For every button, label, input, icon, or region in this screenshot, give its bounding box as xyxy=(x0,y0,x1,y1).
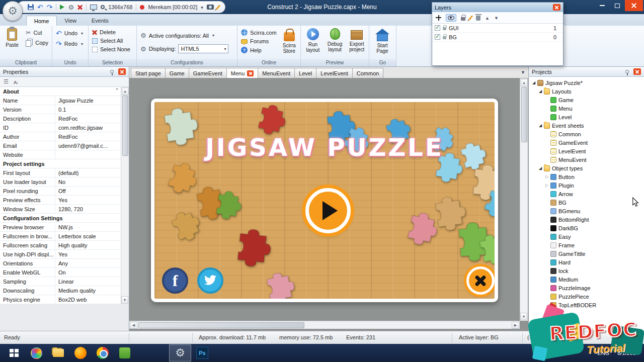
run-layout-button[interactable]: Run layout xyxy=(303,27,323,53)
puzzle-piece[interactable] xyxy=(209,187,247,224)
doc-tab-gameevent[interactable]: GameEvent xyxy=(189,68,227,78)
scroll-right-icon[interactable]: ▶ xyxy=(512,322,519,329)
paste-button[interactable]: Paste xyxy=(2,27,22,48)
delete-button[interactable]: Delete xyxy=(91,29,132,36)
tree-expander-icon[interactable]: ◢ xyxy=(537,166,543,170)
property-row-author[interactable]: AuthorRedFoc xyxy=(0,132,121,141)
doc-tab-level[interactable]: Level xyxy=(294,68,316,78)
layer-lock-icon[interactable] xyxy=(443,27,446,30)
pencil-icon[interactable] xyxy=(216,5,220,10)
tree-item-gameevent[interactable]: GameEvent xyxy=(529,138,644,147)
categorize-icon[interactable] xyxy=(4,78,9,85)
layout-canvas[interactable]: JIGSAW PUZZLE f xyxy=(129,78,520,321)
property-row-sampling[interactable]: SamplingLinear xyxy=(0,277,121,286)
recording-dropdown-icon[interactable] xyxy=(201,4,203,10)
camera-icon[interactable] xyxy=(207,5,214,10)
property-row-email[interactable]: Emailudenn97@gmail.c... xyxy=(0,141,121,150)
scirra-com-button[interactable]: Scirra.com xyxy=(239,29,278,36)
property-row-name[interactable]: NameJigsaw Puzzle xyxy=(0,96,121,105)
tree-item-lock[interactable]: lock xyxy=(529,266,644,275)
redo-button[interactable]: Redo▾ xyxy=(54,39,85,48)
property-value[interactable]: NW.js xyxy=(55,224,121,230)
tree-item-object-types[interactable]: ◢Object types xyxy=(529,164,644,172)
taskbar-construct2[interactable] xyxy=(169,344,191,361)
property-section-configuration-settings[interactable]: Configuration Settings xyxy=(0,214,121,223)
property-row-use-high-dpi-displ[interactable]: Use high-DPI displ...Yes xyxy=(0,250,121,259)
property-row-enable-webgl[interactable]: Enable WebGLOn xyxy=(0,268,121,277)
canvas-horizontal-scrollbar[interactable]: ◀ ▶ xyxy=(129,321,520,329)
pin-icon[interactable] xyxy=(110,70,114,73)
scrollbar-thumb[interactable] xyxy=(138,322,304,328)
property-value[interactable]: Any xyxy=(55,260,121,266)
property-row-description[interactable]: DescriptionRedFoc xyxy=(0,114,121,123)
toggle-visibility-button[interactable] xyxy=(446,14,456,22)
tree-item-common[interactable]: Common xyxy=(529,130,644,138)
undo-icon[interactable] xyxy=(37,3,43,11)
scrollbar-thumb[interactable] xyxy=(122,96,128,156)
construct2-logo[interactable] xyxy=(3,1,23,21)
scroll-up-icon[interactable]: ▲ xyxy=(122,87,129,95)
facebook-button[interactable]: f xyxy=(162,267,188,294)
property-row-preview-browser[interactable]: Preview browserNW.js xyxy=(0,223,121,232)
doc-tab-levelevent[interactable]: LevelEvent xyxy=(316,68,352,78)
doc-tab-menuevent[interactable]: MenuEvent xyxy=(258,68,295,78)
doc-tab-common[interactable]: Common xyxy=(352,68,384,78)
sort-icon[interactable] xyxy=(14,79,18,85)
tree-item-puzzlepiece[interactable]: PuzzlePiece xyxy=(529,292,644,301)
tree-item-puzzleimage[interactable]: PuzzleImage xyxy=(529,284,644,292)
property-row-id[interactable]: IDcom.redfoc.jigsaw xyxy=(0,123,121,132)
tree-item-bgmenu[interactable]: BGmenu xyxy=(529,207,644,215)
puzzle-piece[interactable] xyxy=(398,206,444,251)
run-icon[interactable] xyxy=(60,5,64,10)
select-all-button[interactable]: Select All xyxy=(91,37,132,44)
add-layer-icon[interactable] xyxy=(436,15,441,21)
collapse-section-icon[interactable]: ^ xyxy=(116,87,118,93)
puzzle-piece[interactable] xyxy=(228,224,277,273)
scirra-store-button[interactable]: Scirra Store xyxy=(280,27,298,54)
scroll-down-icon[interactable]: ▼ xyxy=(121,296,128,304)
exit-game-button[interactable] xyxy=(466,266,495,295)
maximize-button[interactable] xyxy=(610,0,625,11)
doc-tab-menu[interactable]: Menu xyxy=(226,68,259,78)
layer-visible-checkbox[interactable] xyxy=(435,34,440,40)
tree-item-level[interactable]: Level xyxy=(529,113,644,121)
ribbon-tab-events[interactable]: Events xyxy=(84,16,116,26)
property-value[interactable]: Yes xyxy=(55,197,121,203)
close-tab-icon[interactable] xyxy=(247,70,254,76)
select-none-button[interactable]: Select None xyxy=(91,46,132,53)
tree-item-menuevent[interactable]: MenuEvent xyxy=(529,155,644,164)
tree-item-button[interactable]: ▷Button xyxy=(529,172,644,181)
layer-lock-icon[interactable] xyxy=(443,36,446,39)
active-configurations-dropdown[interactable]: Active configurations: All▾ xyxy=(139,31,230,40)
tree-item-gametittle[interactable]: GameTittle xyxy=(529,249,644,258)
property-row-fullscreen-in-brow[interactable]: Fullscreen in brow...Letterbox scale xyxy=(0,232,121,241)
tree-expander-icon[interactable]: ◢ xyxy=(537,89,543,94)
undo-button[interactable]: Undo▾ xyxy=(54,29,85,38)
monitor-icon[interactable] xyxy=(90,5,97,10)
tree-item-frame[interactable]: Frame xyxy=(529,241,644,249)
taskbar-chrome[interactable] xyxy=(92,344,114,361)
property-value[interactable]: udenn97@gmail.c... xyxy=(55,143,121,149)
property-value[interactable]: com.redfoc.jigsaw xyxy=(55,125,121,131)
layers-panel-header[interactable]: Layers xyxy=(432,3,563,12)
property-row-orientations[interactable]: OrientationsAny xyxy=(0,259,121,268)
taskbar-firefox[interactable] xyxy=(69,344,92,361)
scroll-up-icon[interactable]: ▲ xyxy=(521,79,528,86)
scrollbar-thumb[interactable] xyxy=(521,87,527,142)
layer-row-bg[interactable]: BG0 xyxy=(432,33,563,42)
property-section-about[interactable]: About^ xyxy=(0,87,121,96)
tree-item-bg[interactable]: BG xyxy=(529,198,644,207)
close-properties-icon[interactable] xyxy=(118,68,126,75)
doc-tab-game[interactable]: Game xyxy=(165,68,189,78)
tree-expander-icon[interactable]: ◢ xyxy=(537,123,543,128)
scroll-left-icon[interactable]: ◀ xyxy=(130,322,137,329)
copy-button[interactable]: Copy xyxy=(24,38,50,47)
doc-tab-start-page[interactable]: Start page xyxy=(131,68,166,78)
layer-visible-checkbox[interactable] xyxy=(435,25,440,31)
property-row-pixel-rounding[interactable]: Pixel roundingOff xyxy=(0,187,121,196)
game-title[interactable]: JIGSAW PUZZLE xyxy=(154,133,495,161)
tab-list-dropdown-icon[interactable]: ▼ xyxy=(521,70,525,75)
properties-scrollbar[interactable]: ▲ ▼ xyxy=(121,87,129,304)
start-page-button[interactable]: Start Page xyxy=(371,27,393,54)
tree-item-plugin[interactable]: ▷Plugin xyxy=(529,181,644,190)
